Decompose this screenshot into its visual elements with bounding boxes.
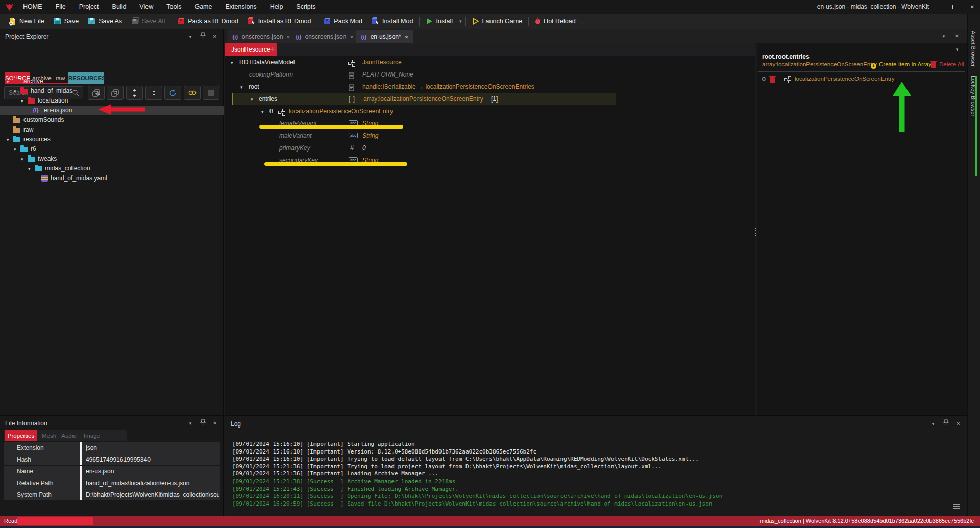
log-menu-chevron-icon[interactable] <box>928 419 938 429</box>
tree-row-hand-of-midas[interactable]: hand_of_midas <box>0 86 224 96</box>
trash-icon[interactable] <box>931 62 936 69</box>
install-play-icon <box>426 18 433 25</box>
divider-bar[interactable] <box>80 477 82 489</box>
editor-row-cookingplatform[interactable]: cookingPlatform PLATFORM_None <box>225 68 755 81</box>
tab-strip-close-icon[interactable] <box>952 32 962 41</box>
tree-row-resources[interactable]: resources <box>0 135 224 144</box>
array-path: root.root.entries <box>762 53 810 60</box>
project-explorer-menu-chevron-icon[interactable] <box>186 32 195 41</box>
install-dropdown-caret[interactable]: ▾ <box>457 19 464 24</box>
save-all-button[interactable]: Save All <box>127 14 169 29</box>
log-pin-icon[interactable] <box>941 419 950 429</box>
restore-button[interactable] <box>947 0 962 14</box>
expander-icon[interactable] <box>7 77 9 87</box>
menu-help[interactable]: Help <box>263 0 290 14</box>
menu-extensions[interactable]: Extensions <box>218 0 263 14</box>
pack-mod-button[interactable]: Pack Mod <box>319 14 367 29</box>
tab-close-icon[interactable] <box>350 33 354 40</box>
tab-mesh[interactable]: Mesh <box>40 430 58 441</box>
plus-circle-icon[interactable] <box>871 62 876 69</box>
tab-properties[interactable]: Properties <box>5 430 37 441</box>
log-line: [09/01/2024 15:16:10] [Important] Versio… <box>232 448 536 456</box>
menu-scripts[interactable]: Scripts <box>289 0 322 14</box>
doc-tab-en-us-active[interactable]: en-us.json* <box>356 30 413 43</box>
expander-icon[interactable] <box>7 135 9 145</box>
menu-home[interactable]: HOME <box>16 0 49 14</box>
project-explorer-close-icon[interactable] <box>210 32 219 41</box>
tab-close-icon[interactable] <box>405 33 409 40</box>
menu-project[interactable]: Project <box>72 0 106 14</box>
item-index: 0 <box>762 76 766 83</box>
tab-close-icon[interactable] <box>286 33 290 40</box>
class-fork-icon <box>784 76 791 85</box>
hot-reload-button[interactable]: Hot Reload <box>530 14 580 29</box>
expander-icon[interactable] <box>28 164 31 174</box>
tree-row-archive[interactable]: archive <box>0 77 224 86</box>
menu-view[interactable]: View <box>133 0 160 14</box>
panel-divider[interactable] <box>0 415 224 416</box>
tree-row-midas-collection[interactable]: midas_collection <box>0 164 224 173</box>
panel-splitter-handle[interactable] <box>755 228 756 236</box>
tab-asset-browser[interactable]: Asset Browser <box>970 31 976 67</box>
editor-row-rdtdataviewmodel[interactable]: RDTDataViewModel JsonResource <box>225 56 755 68</box>
toolbar-divider <box>317 17 317 26</box>
doc-tab-onscreens-2[interactable]: onscreens.json <box>291 30 358 43</box>
file-info-close-icon[interactable] <box>210 419 219 428</box>
project-explorer-pin-icon[interactable] <box>198 32 207 41</box>
expander-icon[interactable] <box>231 56 233 69</box>
add-view-tab-icon[interactable] <box>271 44 275 53</box>
delete-all-button[interactable]: Delete All <box>939 61 964 67</box>
menu-game[interactable]: Game <box>188 0 218 14</box>
log-options-hamburger-icon[interactable] <box>953 504 960 509</box>
divider-bar[interactable] <box>80 442 82 454</box>
expander-icon[interactable] <box>240 81 243 93</box>
right-panel-chevron-icon[interactable] <box>952 45 962 54</box>
expander-icon[interactable] <box>14 86 16 96</box>
menu-file[interactable]: File <box>49 0 72 14</box>
editor-row-root[interactable]: root handle:ISerializable → localization… <box>225 81 755 93</box>
tree-row-tweaks[interactable]: tweaks <box>0 154 224 164</box>
launch-game-icon <box>472 18 479 25</box>
tree-row-raw[interactable]: raw <box>0 125 224 135</box>
row-name: cookingPlatform <box>249 68 293 81</box>
divider-bar[interactable] <box>80 489 82 500</box>
array-item-row[interactable]: 0 localizationPersistenceOnScreenEntry <box>757 72 967 87</box>
install-mod-button[interactable]: Install Mod <box>367 14 418 29</box>
launch-game-button[interactable]: Launch Game <box>468 14 527 29</box>
install-as-redmod-button[interactable]: Install as REDmod <box>243 14 316 29</box>
trash-icon[interactable] <box>770 77 775 84</box>
close-button[interactable] <box>965 0 980 14</box>
pack-as-redmod-button[interactable]: Pack as REDmod <box>173 14 243 29</box>
editor-row-item0[interactable]: 0 localizationPersistenceOnScreenEntry <box>225 105 755 117</box>
install-button[interactable]: Install <box>421 14 457 29</box>
tree-row-r6[interactable]: r6 <box>0 144 224 154</box>
menu-tools[interactable]: Tools <box>160 0 188 14</box>
horizontal-splitter[interactable] <box>225 415 967 416</box>
expander-icon[interactable] <box>14 144 16 155</box>
menu-build[interactable]: Build <box>106 0 133 14</box>
doc-tab-onscreens-1[interactable]: onscreens.json <box>228 30 295 43</box>
jsonresource-view-tab[interactable]: JsonResource <box>225 43 277 56</box>
expander-icon[interactable] <box>21 96 23 106</box>
log-close-icon[interactable] <box>953 419 963 429</box>
divider-bar[interactable] <box>80 466 82 477</box>
editor-row-primarykey[interactable]: primaryKey 0 <box>225 142 755 154</box>
tree-row-hand-of-midas-yaml[interactable]: hand_of_midas.yaml <box>0 173 224 183</box>
tab-list-chevron-icon[interactable] <box>939 32 948 41</box>
editor-row-entries[interactable]: entries array:localizationPersistenceOnS… <box>225 93 755 105</box>
expander-icon[interactable] <box>261 105 264 118</box>
minimize-button[interactable] <box>929 0 944 14</box>
expander-icon[interactable] <box>251 93 253 106</box>
save-as-button[interactable]: Save As <box>83 14 127 29</box>
file-info-pin-icon[interactable] <box>198 419 207 428</box>
expander-icon[interactable] <box>21 154 23 164</box>
create-item-in-array-button[interactable]: Create Item In Array <box>879 61 932 67</box>
editor-row-malevariant[interactable]: maleVariant String <box>225 130 755 142</box>
new-file-button[interactable]: New File <box>4 14 49 29</box>
divider-bar[interactable] <box>80 454 82 465</box>
toolbar-overflow-grip[interactable]: ‥ <box>580 20 584 26</box>
file-info-menu-chevron-icon[interactable] <box>186 419 195 428</box>
save-button[interactable]: Save <box>49 14 84 29</box>
tab-image[interactable]: Image <box>82 430 102 441</box>
tab-audio[interactable]: Audio <box>59 430 79 441</box>
